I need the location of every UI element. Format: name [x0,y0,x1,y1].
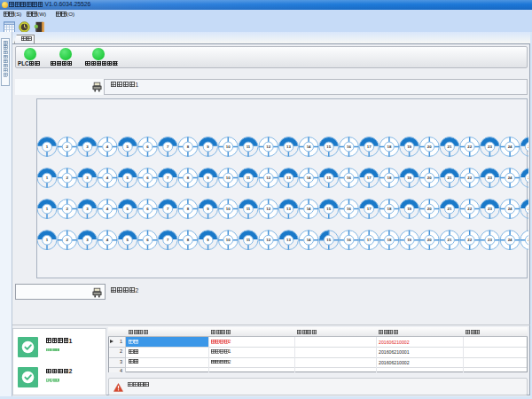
svg-text:21: 21 [448,207,452,211]
svg-text:19: 19 [407,176,411,180]
svg-text:12: 12 [266,238,270,242]
svg-text:18: 18 [387,176,391,180]
svg-text:11: 11 [246,176,251,180]
svg-text:17: 17 [367,176,372,180]
svg-text:14: 14 [307,145,311,149]
svg-text:22: 22 [467,176,472,180]
svg-text:22: 22 [467,238,472,242]
svg-text:18: 18 [387,207,391,211]
svg-text:17: 17 [367,238,372,242]
svg-text:22: 22 [467,145,472,149]
svg-text:10: 10 [226,207,231,211]
svg-text:12: 12 [266,145,270,149]
svg-text:24: 24 [508,176,512,180]
svg-text:15: 15 [326,176,331,180]
svg-text:11: 11 [246,207,251,211]
svg-text:21: 21 [448,238,452,242]
svg-text:21: 21 [448,176,452,180]
svg-text:13: 13 [286,238,291,242]
svg-text:14: 14 [307,207,311,211]
svg-text:14: 14 [307,238,311,242]
svg-text:19: 19 [407,238,411,242]
svg-text:21: 21 [448,145,452,149]
svg-text:13: 13 [286,176,291,180]
svg-text:13: 13 [286,145,291,149]
svg-text:23: 23 [488,238,492,242]
svg-text:15: 15 [326,238,331,242]
svg-text:18: 18 [387,238,391,242]
svg-text:17: 17 [367,145,372,149]
svg-text:11: 11 [246,238,251,242]
svg-text:12: 12 [266,176,270,180]
svg-text:20: 20 [427,207,432,211]
svg-text:15: 15 [326,145,331,149]
svg-text:13: 13 [286,207,291,211]
svg-text:17: 17 [367,207,372,211]
svg-text:23: 23 [488,207,492,211]
svg-text:16: 16 [347,176,351,180]
svg-text:16: 16 [347,207,351,211]
svg-text:20: 20 [427,238,432,242]
svg-text:16: 16 [347,145,351,149]
svg-text:20: 20 [427,176,432,180]
svg-text:20: 20 [427,145,432,149]
svg-text:23: 23 [488,145,492,149]
svg-text:10: 10 [226,145,231,149]
svg-text:24: 24 [508,145,512,149]
svg-text:22: 22 [467,207,472,211]
svg-text:10: 10 [226,176,231,180]
svg-text:23: 23 [488,176,492,180]
svg-text:24: 24 [508,238,512,242]
svg-text:19: 19 [407,207,411,211]
svg-text:14: 14 [307,176,311,180]
svg-text:15: 15 [326,207,331,211]
svg-text:16: 16 [347,238,351,242]
svg-text:19: 19 [407,145,411,149]
svg-text:10: 10 [226,238,231,242]
svg-text:18: 18 [387,145,391,149]
svg-text:12: 12 [266,207,270,211]
svg-text:24: 24 [508,207,512,211]
svg-text:11: 11 [246,145,251,149]
